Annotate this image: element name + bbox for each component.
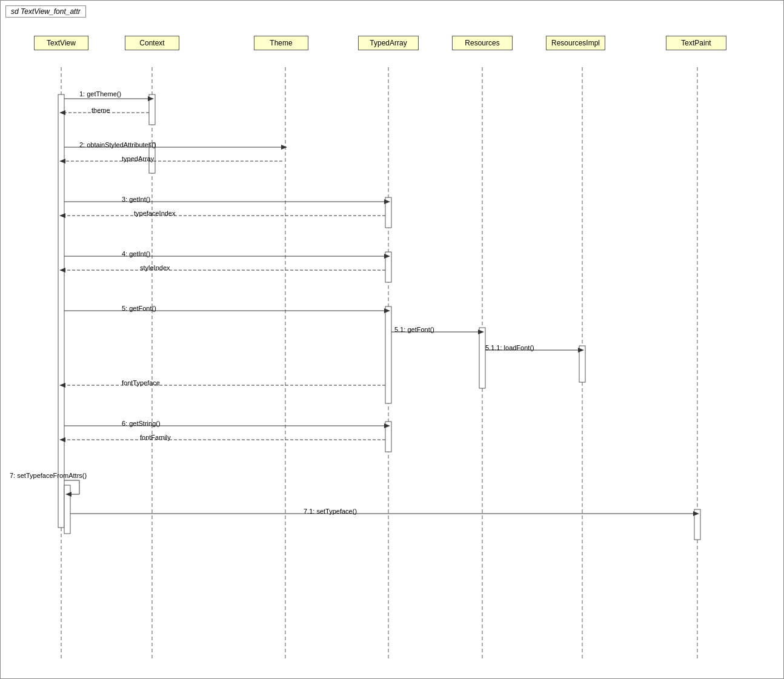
lifeline-typedarray: TypedArray — [358, 36, 419, 50]
svg-rect-14 — [579, 346, 585, 382]
msg-1-return-label: theme — [91, 107, 110, 114]
msg-7-label: 7: setTypefaceFromAttrs() — [10, 472, 87, 479]
svg-rect-11 — [385, 252, 391, 282]
msg-51-label: 5.1: getFont() — [394, 326, 434, 333]
msg-5-label: 5: getFont() — [122, 305, 156, 312]
svg-marker-19 — [148, 96, 154, 101]
arrows-svg — [1, 1, 784, 679]
lifeline-textpaint: TextPaint — [666, 36, 726, 50]
svg-rect-8 — [149, 94, 155, 125]
svg-rect-15 — [385, 422, 391, 452]
svg-rect-12 — [385, 306, 391, 403]
svg-marker-35 — [384, 308, 390, 313]
lifeline-resourcesimpl: ResourcesImpl — [546, 36, 605, 50]
lifeline-context: Context — [125, 36, 179, 50]
msg-5-return-label: fontTypeface — [122, 379, 160, 386]
msg-6-label: 6: getString() — [122, 420, 161, 427]
svg-rect-13 — [479, 328, 485, 388]
svg-marker-49 — [65, 492, 71, 497]
diagram-container: sd TextView_font_attr — [0, 0, 784, 679]
svg-marker-43 — [384, 423, 390, 428]
lifeline-theme: Theme — [254, 36, 308, 50]
svg-rect-10 — [385, 197, 391, 228]
lifeline-resources: Resources — [452, 36, 513, 50]
msg-2-label: 2: obtainStyledAttributes() — [79, 141, 156, 148]
svg-rect-17 — [694, 509, 700, 540]
svg-marker-31 — [384, 254, 390, 259]
svg-marker-39 — [578, 348, 584, 353]
msg-1-label: 1: getTheme() — [79, 90, 121, 98]
msg-6-return-label: fontFamily — [140, 434, 171, 441]
svg-marker-23 — [281, 145, 287, 150]
svg-marker-29 — [59, 213, 65, 218]
msg-4-return-label: styleIndex — [140, 264, 170, 271]
msg-3-return-label: typefaceIndex — [134, 210, 176, 217]
msg-4-label: 4: getInt() — [122, 250, 150, 257]
svg-rect-7 — [58, 94, 64, 528]
diagram-title: sd TextView_font_attr — [5, 5, 86, 18]
msg-71-label: 7.1: setTypeface() — [304, 508, 357, 515]
lifeline-textview: TextView — [34, 36, 88, 50]
svg-marker-25 — [59, 159, 65, 164]
svg-marker-21 — [59, 110, 65, 115]
msg-3-label: 3: getInt() — [122, 196, 150, 203]
svg-marker-33 — [59, 268, 65, 273]
svg-marker-27 — [384, 199, 390, 204]
svg-marker-45 — [59, 437, 65, 442]
svg-marker-41 — [59, 383, 65, 388]
msg-2-return-label: typedArray — [122, 155, 154, 162]
msg-511-label: 5.1.1: loadFont() — [485, 344, 534, 351]
svg-marker-37 — [478, 330, 484, 334]
svg-rect-16 — [64, 485, 70, 534]
svg-marker-51 — [693, 511, 699, 516]
